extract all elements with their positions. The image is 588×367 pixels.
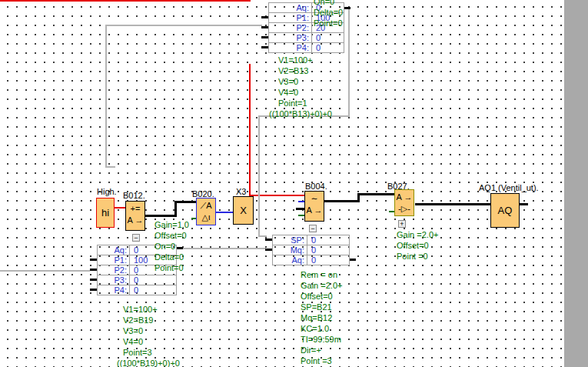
block-b020-symbol2: △ι bbox=[197, 212, 215, 223]
block-label-b012: B012. bbox=[123, 191, 145, 200]
collapse-toggle-b012[interactable]: − bbox=[132, 234, 140, 242]
param-text-b012: Gain=1.0 Offset=0 On=0 Delta=0 Point=0 bbox=[154, 219, 189, 273]
expand-toggle-b027[interactable]: + bbox=[398, 220, 406, 228]
block-b027-symbol2: -▷- bbox=[395, 203, 414, 215]
table-row: SP:0 bbox=[273, 235, 349, 245]
block-b012[interactable]: += A → bbox=[125, 201, 145, 231]
param-formula-top: ((100*B13)+0)+0 bbox=[269, 108, 332, 119]
wire-gray-top-horizontal[interactable] bbox=[105, 25, 262, 26]
table-row: Mq:0 bbox=[273, 245, 349, 255]
table-row: P3:0 bbox=[269, 33, 344, 43]
pin-top-p2 bbox=[261, 26, 268, 28]
pin-left-p3 bbox=[90, 279, 97, 281]
table-row: P3:0 bbox=[98, 275, 176, 285]
block-b004[interactable]: ∼ A → bbox=[304, 191, 324, 222]
wire-red-horizontal[interactable] bbox=[0, 0, 251, 2]
wire-b027-to-aq1[interactable] bbox=[415, 203, 490, 205]
block-label-b004: B004. bbox=[305, 182, 327, 191]
wire-b012-out-3[interactable] bbox=[174, 201, 197, 203]
pin-b004-in4 bbox=[298, 215, 304, 216]
block-label-aq1: AQ1 (Ventil_ut). bbox=[479, 183, 539, 192]
table-row: Aq:0 bbox=[273, 255, 349, 265]
block-x3[interactable]: X bbox=[233, 196, 254, 225]
pin-left-p2 bbox=[90, 269, 97, 271]
collapse-toggle-b004[interactable]: − bbox=[309, 225, 317, 232]
param-text-b027: Gain =2.0+ Offset=0 Point =0 bbox=[397, 229, 438, 262]
block-b020-symbol1: ⟋A bbox=[197, 200, 215, 212]
pin-b004-in2 bbox=[298, 201, 304, 202]
wire-hi-to-b012[interactable] bbox=[115, 207, 125, 209]
block-b004-symbol1: ∼ bbox=[305, 193, 324, 205]
param-table-pid[interactable]: SP:0 Mq:0 Aq:0 bbox=[272, 235, 350, 265]
outside-canvas-area bbox=[564, 0, 588, 367]
wire-b004-out-1[interactable] bbox=[324, 200, 360, 202]
block-b027[interactable]: A → -▷- bbox=[394, 189, 414, 216]
param-formula-left: ((100*B19)+0)+0 bbox=[117, 358, 180, 367]
wire-b020-to-x3[interactable] bbox=[215, 212, 233, 213]
wire-gray-aq-down1[interactable] bbox=[348, 8, 350, 117]
block-b020[interactable]: ⟋A △ι bbox=[196, 198, 216, 225]
param-text-left-below: V1=100+ V2=B19 V3=0 V4=0 Point=3 bbox=[123, 304, 158, 358]
pin-top-p3 bbox=[261, 36, 268, 38]
pin-left-p1 bbox=[90, 259, 97, 261]
fbd-editor-canvas: High. hi B012. += A → B020. ⟋A △ι X3 X B… bbox=[0, 0, 588, 367]
pin-pid-mq bbox=[265, 249, 272, 251]
table-row: P4:0 bbox=[98, 285, 176, 295]
wire-gray-left-edge[interactable] bbox=[0, 270, 90, 272]
pin-b004-in3 bbox=[296, 208, 304, 210]
table-row: P4:0 bbox=[269, 43, 344, 52]
pin-left-p4 bbox=[90, 289, 97, 291]
block-aq1[interactable]: AQ bbox=[490, 193, 520, 228]
pin-top-p4 bbox=[261, 46, 268, 48]
block-label-x3: X3 bbox=[236, 187, 246, 196]
block-b012-symbol2: A → bbox=[126, 215, 145, 226]
param-text-top-below: V1=100+ V2=B13 V3=0 V4=0 Point=1 bbox=[278, 55, 313, 108]
wire-red-to-b004[interactable] bbox=[249, 195, 304, 196]
block-b004-symbol2: A → bbox=[305, 205, 324, 216]
wire-gray-left-vertical[interactable] bbox=[105, 25, 107, 168]
block-b012-symbol1: += bbox=[126, 203, 145, 215]
pin-top-p1 bbox=[261, 16, 268, 18]
wire-b004-out-3[interactable] bbox=[357, 193, 396, 195]
pin-pid-sp bbox=[265, 239, 272, 241]
wire-gray-left-stub[interactable] bbox=[105, 166, 115, 168]
block-label-high: High. bbox=[97, 187, 117, 196]
wire-b012-out-1[interactable] bbox=[145, 215, 177, 217]
block-hi[interactable]: hi bbox=[96, 198, 115, 228]
wire-aq1-stub bbox=[520, 203, 528, 205]
param-text-top-side: On=0 Delta=0 Point=0 bbox=[314, 0, 343, 28]
wire-gray-aq-to-mq[interactable] bbox=[183, 248, 266, 249]
wire-red-vertical[interactable] bbox=[249, 64, 251, 196]
wire-gray-aq-down2[interactable] bbox=[258, 115, 260, 237]
block-x3-text: X bbox=[240, 205, 247, 216]
wire-gray-to-sp[interactable] bbox=[258, 235, 267, 237]
param-text-pid: Rem = on Gain =2.0+ Offset=0 SP=B21 Mq=B… bbox=[301, 269, 342, 366]
block-b027-symbol1: A → bbox=[395, 192, 414, 203]
block-aq1-text: AQ bbox=[498, 205, 513, 216]
pin-pid-aq-out bbox=[350, 259, 356, 261]
block-hi-text: hi bbox=[101, 207, 109, 219]
wire-b012-out-2[interactable] bbox=[174, 201, 177, 217]
pin-b027-in2 bbox=[389, 211, 394, 212]
pin-top-aq-out bbox=[344, 7, 350, 9]
